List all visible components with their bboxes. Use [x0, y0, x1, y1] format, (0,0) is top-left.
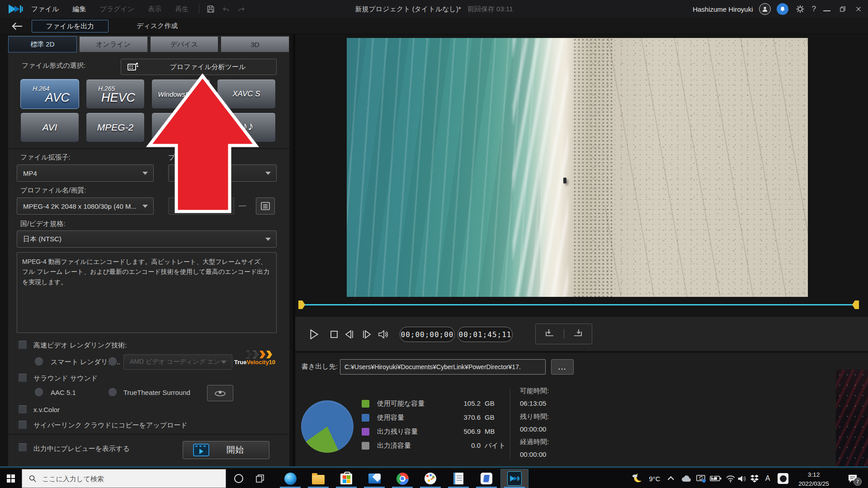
task-view-button[interactable] [250, 469, 270, 488]
next-frame-button[interactable] [359, 327, 374, 342]
fast-render-checkbox[interactable] [18, 340, 27, 349]
tab-device[interactable]: デバイス [150, 36, 219, 52]
hardware-encoder-radio[interactable] [108, 357, 117, 366]
user-avatar[interactable] [759, 3, 771, 15]
battery-icon [710, 475, 722, 482]
minimize-button[interactable] [822, 4, 832, 14]
format-audio-button[interactable]: ♪♪ [151, 113, 276, 142]
smart-render-radio[interactable] [34, 357, 43, 366]
wifi-icon [726, 475, 736, 483]
cloud-upload-checkbox[interactable] [18, 420, 27, 429]
notification-count-badge: 7 [854, 478, 862, 486]
surround-sound-label: サラウンド サウンド [33, 374, 98, 383]
volume-button[interactable] [376, 327, 392, 342]
minimize-icon [823, 10, 830, 11]
start-export-button[interactable]: 開始 [183, 441, 269, 459]
profile-details-button[interactable] [256, 197, 275, 215]
battery-tray-icon[interactable] [708, 469, 723, 488]
music-notes-icon: ♪♪ [242, 119, 254, 133]
onedrive-tray-icon[interactable] [679, 469, 693, 488]
taskbar-app-notepad[interactable] [444, 469, 472, 488]
format-mpeg2-button[interactable]: MPEG-2 [86, 113, 145, 142]
trim-range-line[interactable] [305, 304, 853, 305]
produce-file-tab[interactable]: ファイルを出力 [32, 20, 108, 33]
taskbar-app-mail[interactable] [360, 469, 388, 488]
tab-online[interactable]: オンライン [79, 36, 148, 52]
hardware-encoder-dropdown[interactable]: AMD ビデオ コーディング エンジン [123, 354, 232, 370]
start-button[interactable] [0, 469, 22, 488]
stop-button[interactable] [326, 327, 342, 342]
country-standard-dropdown[interactable]: 日本 (NTSC) [17, 230, 277, 248]
sync-tray-icon[interactable] [693, 469, 709, 488]
profile-analyzer-button[interactable]: プロファイル分析ツール [121, 59, 277, 75]
menu-view[interactable]: 表示 [141, 0, 168, 18]
taskbar-app-paint[interactable] [416, 469, 444, 488]
ime-mode-button[interactable]: A [761, 469, 774, 488]
tray-app-button[interactable] [775, 469, 791, 488]
truetheater-radio[interactable] [108, 388, 117, 397]
play-button[interactable] [307, 327, 322, 342]
taskbar-app-explorer[interactable] [304, 469, 332, 488]
action-center-button[interactable]: 7 [842, 469, 863, 488]
cortana-button[interactable] [230, 469, 248, 488]
taskbar-app-chrome[interactable] [388, 469, 416, 488]
settings-button[interactable] [794, 0, 806, 18]
previous-frame-button[interactable] [342, 327, 357, 342]
destination-path-field[interactable]: C:¥Users¥Hiroyuki¥Documents¥CyberLink¥Po… [340, 359, 546, 375]
aac51-radio[interactable] [34, 388, 43, 397]
close-button[interactable] [854, 4, 863, 14]
dropbox-t­ray-icon[interactable] [748, 469, 761, 488]
destination-label: 書き出し先: [302, 362, 338, 371]
tray-overflow-button[interactable] [665, 469, 678, 488]
taskbar-app-store[interactable] [332, 469, 360, 488]
trim-start-handle[interactable] [298, 300, 305, 309]
format-avi-label: AVI [21, 113, 79, 142]
surround-sound-checkbox[interactable] [18, 373, 27, 382]
truetheater-settings-button[interactable] [207, 385, 233, 401]
ime-label: A [765, 474, 770, 483]
mark-in-button[interactable] [544, 328, 555, 340]
format-xavcs-button[interactable]: XAVC S [217, 79, 276, 109]
start-label: 開始 [209, 444, 261, 456]
format-h265-hevc-button[interactable]: H.265 HEVC [86, 79, 145, 109]
taskbar-clock[interactable]: 3:12 2022/03/25 [794, 469, 834, 488]
taskbar-search[interactable] [22, 469, 226, 488]
format-avi-button[interactable]: AVI [20, 113, 79, 142]
help-button[interactable]: ? [812, 5, 816, 14]
undo-button[interactable] [218, 0, 234, 18]
search-input[interactable] [42, 475, 214, 483]
taskbar-app-powerdvd[interactable] [472, 469, 500, 488]
menu-plugins[interactable]: プラグイン [93, 0, 141, 18]
weather-button[interactable] [628, 469, 646, 488]
hardware-encoder-value: AMD ビデオ コーディング エンジン [130, 358, 221, 366]
video-preview-frame[interactable] [347, 38, 808, 297]
back-button[interactable] [9, 20, 25, 32]
preview-during-output-checkbox[interactable] [18, 443, 27, 452]
menu-play[interactable]: 再生 [168, 0, 195, 18]
taskbar-app-edge[interactable] [276, 469, 304, 488]
tab-3d[interactable]: 3D [221, 36, 289, 52]
menu-file[interactable]: ファイル [24, 0, 66, 18]
file-extension-dropdown[interactable]: MP4 [17, 164, 154, 182]
notifications-button[interactable] [777, 3, 788, 15]
restore-button[interactable] [838, 4, 848, 14]
truevelocity-brand-1: True [234, 359, 246, 366]
duration-timecode: 00;01;45;11 [458, 327, 513, 342]
profile-type-dropdown[interactable]: テ [168, 164, 277, 182]
browse-button[interactable]: ... [551, 359, 574, 375]
menu-edit[interactable]: 編集 [66, 0, 93, 18]
profile-extra-field[interactable] [168, 197, 234, 215]
redo-button[interactable] [234, 0, 249, 18]
tab-standard-2d[interactable]: 標準 2D [8, 36, 77, 52]
profile-name-dropdown[interactable]: MPEG-4 2K 2048 x 1080/30p (40 M... [17, 197, 154, 215]
format-windowsmedia-button[interactable]: WindowsMedia [151, 79, 210, 109]
trim-end-handle[interactable] [852, 300, 859, 309]
weather-temperature[interactable]: 9°C [646, 469, 664, 488]
format-h264-avc-button[interactable]: H.264 AVC [20, 79, 79, 109]
mark-out-button[interactable] [572, 328, 583, 340]
xvcolor-checkbox[interactable] [18, 405, 27, 414]
save-button[interactable] [203, 0, 218, 18]
format-category-tabs: 標準 2D オンライン デバイス 3D [8, 36, 289, 52]
taskbar-app-powerdirector[interactable] [500, 469, 528, 488]
create-disc-tab[interactable]: ディスク作成 [137, 22, 178, 30]
